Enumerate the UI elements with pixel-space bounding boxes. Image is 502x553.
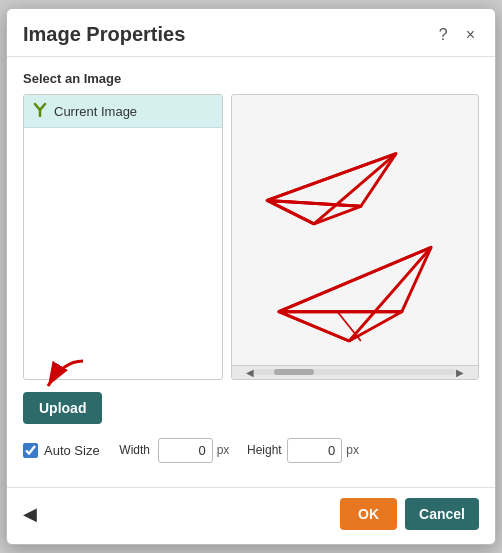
width-label: Width: [116, 443, 154, 457]
dialog-title: Image Properties: [23, 23, 185, 46]
image-list-panel: Current Image: [23, 94, 223, 379]
upload-button[interactable]: Upload: [23, 392, 102, 424]
svg-line-2: [267, 154, 396, 201]
dialog-header: Image Properties ? ×: [7, 9, 495, 57]
arrow-indicator: [33, 356, 93, 396]
image-item-icon: [32, 101, 48, 121]
width-group: Width px: [116, 438, 230, 463]
auto-size-checkbox[interactable]: [23, 443, 38, 458]
size-row: Auto Size Width px Height px: [23, 438, 479, 463]
current-image-label: Current Image: [54, 104, 137, 119]
scroll-right-icon[interactable]: ▶: [456, 367, 464, 378]
width-unit: px: [217, 443, 230, 457]
width-input[interactable]: [158, 438, 213, 463]
height-unit: px: [346, 443, 359, 457]
upload-row: Upload: [23, 392, 479, 424]
auto-size-label[interactable]: Auto Size: [23, 443, 100, 458]
scrollbar-thumb[interactable]: [274, 369, 314, 375]
image-properties-dialog: Image Properties ? × Select an Image Cur…: [6, 8, 496, 544]
cursor-icon: ◀: [23, 503, 37, 525]
svg-line-3: [314, 154, 396, 224]
close-button[interactable]: ×: [462, 24, 479, 46]
dialog-footer: ◀ OK Cancel: [7, 487, 495, 544]
image-preview-panel: ◀ ▶: [231, 94, 479, 379]
section-label: Select an Image: [23, 71, 479, 86]
height-label: Height: [245, 443, 283, 457]
current-image-item[interactable]: Current Image: [24, 95, 222, 128]
ok-button[interactable]: OK: [340, 498, 397, 530]
auto-size-text: Auto Size: [44, 443, 100, 458]
dialog-body: Select an Image Current Image: [7, 57, 495, 486]
svg-line-9: [349, 248, 431, 342]
image-selector-area: Current Image: [23, 94, 479, 379]
scrollbar-track: [254, 369, 456, 375]
scroll-left-icon[interactable]: ◀: [246, 367, 254, 378]
svg-line-10: [279, 312, 349, 341]
preview-image: [232, 95, 478, 364]
svg-line-8: [279, 248, 431, 312]
help-button[interactable]: ?: [435, 24, 452, 46]
cancel-button[interactable]: Cancel: [405, 498, 479, 530]
height-input[interactable]: [287, 438, 342, 463]
svg-line-5: [267, 201, 361, 207]
preview-content: [232, 95, 478, 364]
height-group: Height px: [245, 438, 359, 463]
header-icons: ? ×: [435, 24, 479, 46]
preview-scrollbar[interactable]: ◀ ▶: [232, 365, 478, 379]
